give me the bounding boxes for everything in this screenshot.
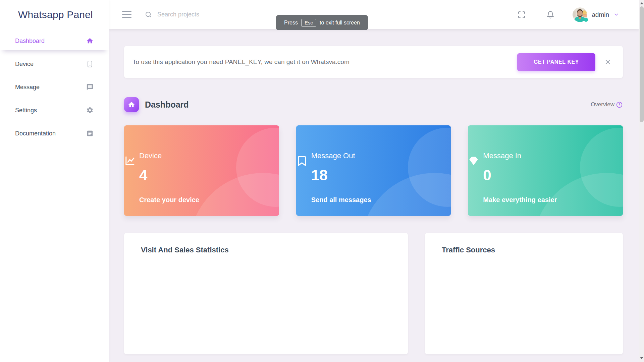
stat-card-message-in[interactable]: Message In 0 Make everything easier [468, 125, 623, 216]
panel-traffic-sources: Traffic Sources [425, 233, 623, 354]
scrollbar[interactable] [639, 0, 644, 362]
chart-panels: Visit And Sales Statistics Traffic Sourc… [124, 233, 623, 354]
close-icon[interactable] [604, 58, 611, 66]
sidebar-nav: Dashboard Device Message Settings Docume… [0, 32, 109, 143]
gear-icon [86, 107, 94, 114]
stat-card-message-out[interactable]: Message Out 18 Send all messages [296, 125, 451, 216]
fullscreen-icon[interactable] [518, 11, 526, 19]
info-icon[interactable] [616, 101, 623, 108]
card-title: Message Out [311, 152, 436, 160]
toast-text-press: Press [284, 20, 298, 26]
smartphone-icon [86, 60, 94, 68]
menu-toggle-icon[interactable] [122, 11, 131, 18]
chevron-down-icon [613, 12, 619, 17]
avatar [573, 7, 587, 22]
sidebar-item-label: Dashboard [15, 38, 45, 45]
app-logo[interactable]: Whatsapp Panel [0, 0, 109, 29]
bell-icon[interactable] [546, 11, 554, 19]
dashboard-badge [124, 97, 139, 112]
sidebar-item-label: Settings [15, 107, 37, 114]
sidebar-item-dashboard[interactable]: Dashboard [0, 32, 109, 50]
panel-visit-sales-statistics: Visit And Sales Statistics [124, 233, 408, 354]
home-icon [128, 101, 135, 108]
card-subtitle: Send all messages [311, 196, 436, 204]
scrollbar-up-arrow-icon[interactable] [640, 2, 643, 4]
sidebar-item-message[interactable]: Message [0, 78, 109, 97]
sidebar-item-device[interactable]: Device [0, 55, 109, 73]
sidebar-item-documentation[interactable]: Documentation [0, 124, 109, 143]
overview: Overview [591, 101, 623, 108]
scrollbar-thumb[interactable] [640, 6, 644, 122]
main-content: To use this application you need PANEL_K… [109, 29, 639, 362]
topbar-actions: admin [518, 7, 639, 22]
card-value: 0 [483, 167, 608, 184]
chat-icon [86, 83, 94, 91]
esc-key: Esc [301, 19, 316, 27]
sidebar-item-label: Device [15, 61, 34, 68]
panel-key-banner: To use this application you need PANEL_K… [124, 46, 623, 78]
sidebar-item-label: Documentation [15, 130, 56, 137]
sidebar: Whatsapp Panel Dashboard Device Message … [0, 0, 109, 362]
overview-label: Overview [591, 101, 614, 108]
scrollbar-down-arrow-icon[interactable] [640, 357, 643, 359]
card-subtitle: Create your device [139, 196, 264, 204]
user-menu[interactable]: admin [573, 7, 619, 22]
search-input[interactable] [157, 11, 251, 18]
stat-cards: Device 4 Create your device Message Out … [124, 125, 623, 216]
card-title: Message In [483, 152, 608, 160]
fullscreen-toast: Press Esc to exit full screen [276, 15, 368, 30]
card-value: 18 [311, 167, 436, 184]
page-title: Dashboard [145, 100, 189, 110]
sidebar-item-label: Message [15, 84, 40, 91]
stat-card-device[interactable]: Device 4 Create your device [124, 125, 279, 216]
panel-title: Traffic Sources [442, 246, 606, 254]
card-title: Device [139, 152, 264, 160]
search-icon [145, 11, 152, 18]
search-box [145, 11, 251, 18]
get-panel-key-button[interactable]: GET PANEL KEY [517, 53, 595, 71]
panel-title: Visit And Sales Statistics [141, 246, 391, 254]
online-status-dot [584, 18, 588, 22]
page-header: Dashboard Overview [124, 97, 623, 112]
home-icon [86, 37, 94, 45]
toast-text-suffix: to exit full screen [320, 20, 360, 26]
sidebar-item-settings[interactable]: Settings [0, 101, 109, 120]
user-name: admin [592, 11, 609, 18]
topbar: admin [109, 0, 639, 29]
document-icon [86, 130, 94, 137]
banner-message: To use this application you need PANEL_K… [132, 58, 517, 66]
card-value: 4 [139, 167, 264, 184]
card-subtitle: Make everything easier [483, 196, 608, 204]
